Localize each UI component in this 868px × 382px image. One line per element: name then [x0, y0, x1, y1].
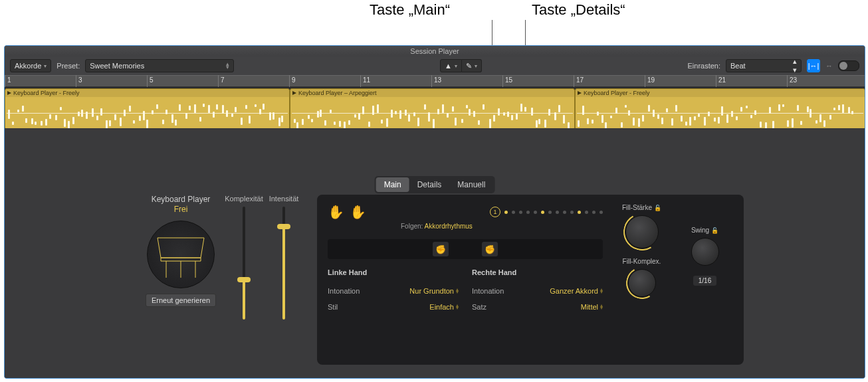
- ruler-tick: 1: [5, 75, 11, 87]
- complexity-label: Komplexität: [224, 195, 264, 203]
- ruler-tick: 23: [787, 75, 797, 87]
- preset-select[interactable]: Sweet Memories ▴▾: [85, 59, 234, 72]
- ruler-tick: 11: [360, 75, 370, 87]
- ruler[interactable]: 1 3 5 7 9 11 13 15 17 19 21 23: [5, 75, 865, 87]
- view-tabs: Main Details Manuell: [375, 176, 495, 193]
- intensity-column: Intensität: [264, 195, 304, 365]
- loop-icon: [292, 91, 296, 95]
- fill-strength-label: Fill-Stärke: [622, 204, 652, 211]
- session-player-editor: Session Player Akkorde▾ Preset: Sweet Me…: [4, 45, 865, 379]
- intensity-label: Intensität: [264, 195, 304, 203]
- region-name: Keyboard Player – Arpeggiert: [298, 90, 377, 96]
- regenerate-button[interactable]: Erneut generieren: [146, 294, 216, 307]
- snap-value: Beat: [730, 62, 746, 70]
- follow-value: Akkordrhythmus: [425, 223, 473, 230]
- loop-icon: [578, 91, 582, 95]
- fill-strength-knob[interactable]: [625, 215, 659, 248]
- region[interactable]: Keyboard Player - Freely: [5, 88, 290, 130]
- complexity-column: Komplexität: [224, 195, 264, 365]
- ruler-tick: 9: [289, 75, 296, 87]
- hand-split: ✊ ✊: [328, 239, 603, 259]
- variant-selector[interactable]: 1: [490, 207, 603, 217]
- region[interactable]: Keyboard Player – Arpeggiert: [290, 88, 575, 130]
- track-lane[interactable]: Keyboard Player - Freely Keyboard Player…: [5, 87, 865, 130]
- catch-toggle[interactable]: [838, 60, 859, 71]
- right-hand-icon[interactable]: ✋: [350, 204, 366, 220]
- swing-label: Swing: [691, 227, 709, 234]
- ruler-tick: 7: [218, 75, 225, 87]
- left-hand-section: Linke Hand Intonation Nur Grundton▴▾ Sti…: [328, 268, 459, 315]
- callout-main: Taste „Main“: [370, 1, 450, 19]
- left-hand-icon[interactable]: ✋: [328, 204, 344, 220]
- snap-toggle[interactable]: |↔|: [807, 59, 820, 72]
- player-label: Keyboard Player: [138, 195, 224, 204]
- midi-preview: [576, 98, 865, 128]
- right-set-value[interactable]: Mittel▴▾: [581, 303, 603, 311]
- follow-label: Folgen:: [401, 223, 423, 230]
- toolbar: Akkorde▾ Preset: Sweet Memories ▴▾ ▲▾ ✎▾…: [5, 56, 865, 75]
- snap-select[interactable]: Beat ▴▾: [726, 59, 802, 72]
- ruler-tick: 17: [574, 75, 584, 87]
- lock-icon[interactable]: 🔓: [711, 227, 718, 234]
- pencil-tool[interactable]: ✎▾: [462, 59, 482, 72]
- right-set-label: Satz: [472, 303, 487, 311]
- chords-menu[interactable]: Akkorde▾: [10, 59, 51, 72]
- ruler-tick: 13: [431, 75, 441, 87]
- right-intonation-value[interactable]: Ganzer Akkord▴▾: [550, 287, 603, 295]
- lock-icon[interactable]: 🔓: [654, 205, 661, 211]
- player-column: Keyboard Player Frei Erneut generieren: [138, 195, 224, 365]
- snap-label: Einrasten:: [687, 62, 720, 70]
- left-intonation-value[interactable]: Nur Grundton▴▾: [409, 287, 459, 295]
- right-hand-button[interactable]: ✊: [482, 242, 498, 256]
- variant-badge: 1: [490, 207, 500, 217]
- player-style[interactable]: Frei: [138, 205, 224, 214]
- region[interactable]: Keyboard Player - Freely: [575, 88, 865, 130]
- callout-details: Taste „Details“: [532, 1, 625, 19]
- fill-complex-label: Fill-Komplex.: [613, 258, 670, 265]
- chords-label: Akkorde: [15, 62, 41, 70]
- loop-icon: [7, 91, 11, 95]
- tab-main[interactable]: Main: [376, 177, 409, 192]
- ruler-tick: 21: [716, 75, 726, 87]
- complexity-slider[interactable]: [243, 207, 245, 320]
- tab-details[interactable]: Details: [409, 177, 450, 192]
- right-hand-section: Rechte Hand Intonation Ganzer Akkord▴▾ S…: [472, 268, 603, 315]
- follow-row[interactable]: Folgen: Akkordrhythmus: [401, 223, 603, 230]
- fill-complex-knob[interactable]: [628, 269, 656, 297]
- swing-knob[interactable]: [691, 238, 719, 266]
- left-hand-title: Linke Hand: [328, 268, 459, 276]
- left-hand-button[interactable]: ✊: [433, 242, 449, 256]
- preset-label: Preset:: [56, 62, 80, 70]
- left-intonation-label: Intonation: [328, 287, 360, 295]
- ruler-tick: 19: [645, 75, 655, 87]
- right-hand-title: Rechte Hand: [472, 268, 603, 276]
- intensity-slider[interactable]: [282, 207, 285, 320]
- inspector-area: Main Details Manuell Keyboard Player Fre…: [5, 128, 865, 378]
- midi-preview: [5, 98, 289, 128]
- instrument-icon[interactable]: [147, 221, 215, 288]
- link-icon[interactable]: ↔: [825, 62, 833, 70]
- ruler-tick: 15: [502, 75, 512, 87]
- region-name: Keyboard Player - Freely: [584, 90, 650, 96]
- right-intonation-label: Intonation: [472, 287, 504, 295]
- ruler-tick: 3: [76, 75, 82, 87]
- swing-value[interactable]: 1/16: [693, 276, 716, 286]
- left-style-label: Stil: [328, 303, 338, 311]
- region-name: Keyboard Player - Freely: [13, 90, 80, 96]
- main-panel: ✋ ✋ 1 Folgen: Akkordrhythmus: [317, 195, 744, 365]
- tab-manual[interactable]: Manuell: [449, 177, 493, 192]
- left-style-value[interactable]: Einfach▴▾: [429, 303, 459, 311]
- midi-preview: [290, 98, 574, 128]
- window-title: Session Player: [5, 46, 865, 56]
- preset-value: Sweet Memories: [90, 62, 144, 70]
- ruler-tick: 5: [147, 75, 154, 87]
- pointer-tool[interactable]: ▲▾: [440, 59, 462, 72]
- tool-group: ▲▾ ✎▾: [440, 59, 482, 72]
